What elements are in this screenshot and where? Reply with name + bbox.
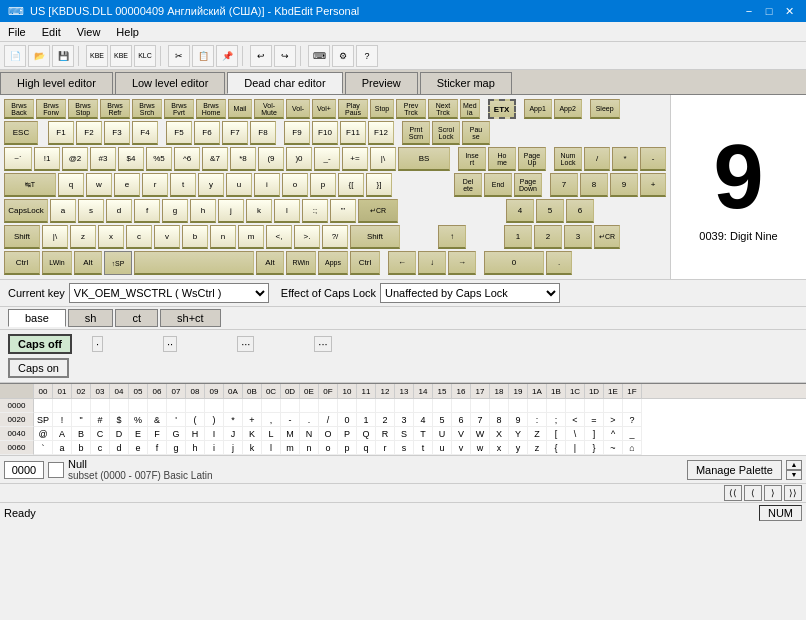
charmap-cell-5a[interactable]: Z: [528, 427, 547, 441]
key-f2[interactable]: F2: [76, 121, 102, 145]
charmap-cell-52[interactable]: R: [376, 427, 395, 441]
charmap-cell-78[interactable]: x: [490, 441, 509, 455]
charmap-cell-55[interactable]: U: [433, 427, 452, 441]
key-brws-fwd[interactable]: BrwsForw: [36, 99, 66, 119]
key-pause[interactable]: Pause: [462, 121, 490, 145]
charmap-cell-30[interactable]: 0: [338, 413, 357, 427]
charmap-cell-44[interactable]: D: [110, 427, 129, 441]
key-scrlk[interactable]: ScrolLock: [432, 121, 460, 145]
key-brws-fvrt[interactable]: BrwsFvrt: [164, 99, 194, 119]
key-y[interactable]: y: [198, 173, 224, 197]
key-f10[interactable]: F10: [312, 121, 338, 145]
key-g[interactable]: g: [162, 199, 188, 223]
key-num4[interactable]: 4: [506, 199, 534, 223]
charmap-cell-7c[interactable]: |: [566, 441, 585, 455]
key-z[interactable]: z: [70, 225, 96, 249]
charmap-cell[interactable]: [376, 399, 395, 413]
charmap-cell-5e[interactable]: ^: [604, 427, 623, 441]
state-tab-base[interactable]: base: [8, 309, 66, 327]
charmap-cell[interactable]: [547, 399, 566, 413]
key-num-enter[interactable]: ↵CR: [594, 225, 620, 249]
key-f8[interactable]: F8: [250, 121, 276, 145]
key-rshift[interactable]: Shift: [350, 225, 400, 249]
tb-open[interactable]: 📂: [28, 45, 50, 67]
maximize-button[interactable]: □: [760, 2, 778, 20]
charmap-cell[interactable]: [167, 399, 186, 413]
key-mail[interactable]: Mail: [228, 99, 252, 119]
charmap-cell-5f[interactable]: _: [623, 427, 642, 441]
key-brws-refr[interactable]: BrwsRefr: [100, 99, 130, 119]
tb-kbe1[interactable]: KBE: [86, 45, 108, 67]
charmap-cell-65[interactable]: e: [129, 441, 148, 455]
charmap-cell[interactable]: [471, 399, 490, 413]
tb-save[interactable]: 💾: [52, 45, 74, 67]
key-f4[interactable]: F4: [132, 121, 158, 145]
charmap-cell-7d[interactable]: }: [585, 441, 604, 455]
charmap-cell[interactable]: [243, 399, 262, 413]
charmap-cell-67[interactable]: g: [167, 441, 186, 455]
key-f[interactable]: f: [134, 199, 160, 223]
charmap-cell[interactable]: [34, 399, 53, 413]
charmap-cell-59[interactable]: Y: [509, 427, 528, 441]
key-0[interactable]: )0: [286, 147, 312, 171]
key-backslash2[interactable]: |\: [42, 225, 68, 249]
manage-palette-button[interactable]: Manage Palette: [687, 460, 782, 480]
key-1[interactable]: !1: [34, 147, 60, 171]
charmap-cell-76[interactable]: v: [452, 441, 471, 455]
charmap-cell[interactable]: [414, 399, 433, 413]
tb-undo[interactable]: ↩: [250, 45, 272, 67]
key-sp-indicator[interactable]: ↑SP: [104, 251, 132, 275]
key-lalt[interactable]: Alt: [74, 251, 102, 275]
key-home[interactable]: Home: [488, 147, 516, 171]
charmap-cell[interactable]: [129, 399, 148, 413]
charmap-cell-75[interactable]: u: [433, 441, 452, 455]
charmap-cell-70[interactable]: p: [338, 441, 357, 455]
effect-select[interactable]: Unaffected by Caps Lock: [380, 283, 560, 303]
key-h[interactable]: h: [190, 199, 216, 223]
key-enter[interactable]: ↵CR: [358, 199, 398, 223]
nav-first[interactable]: ⟨⟨: [724, 485, 742, 501]
charmap-cell-35[interactable]: 5: [433, 413, 452, 427]
charmap-cell[interactable]: [490, 399, 509, 413]
charmap-cell-4e[interactable]: N: [300, 427, 319, 441]
key-d[interactable]: d: [106, 199, 132, 223]
charmap-cell-2b[interactable]: +: [243, 413, 262, 427]
tb-new[interactable]: 📄: [4, 45, 26, 67]
charmap-cell-32[interactable]: 2: [376, 413, 395, 427]
tb-paste[interactable]: 📌: [216, 45, 238, 67]
key-c[interactable]: c: [126, 225, 152, 249]
key-f9[interactable]: F9: [284, 121, 310, 145]
key-8[interactable]: *8: [230, 147, 256, 171]
key-prtscr[interactable]: PrntScrn: [402, 121, 430, 145]
charmap-cell-34[interactable]: 4: [414, 413, 433, 427]
charmap-cell-48[interactable]: H: [186, 427, 205, 441]
state-tab-sh[interactable]: sh: [68, 309, 114, 327]
charmap-cell-4b[interactable]: K: [243, 427, 262, 441]
charmap-cell-56[interactable]: V: [452, 427, 471, 441]
key-3[interactable]: #3: [90, 147, 116, 171]
key-period[interactable]: >.: [294, 225, 320, 249]
key-delete[interactable]: Delete: [454, 173, 482, 197]
charmap-cell-53[interactable]: S: [395, 427, 414, 441]
key-brws-home[interactable]: BrwsHome: [196, 99, 226, 119]
key-vol-down[interactable]: Vol-: [286, 99, 310, 119]
charmap-cell[interactable]: [585, 399, 604, 413]
charmap-cell-33[interactable]: 3: [395, 413, 414, 427]
tb-settings[interactable]: ⚙: [332, 45, 354, 67]
charmap-cell-5b[interactable]: [: [547, 427, 566, 441]
key-quote[interactable]: "': [330, 199, 356, 223]
key-brws-stop[interactable]: BrwsStop: [68, 99, 98, 119]
key-lbracket[interactable]: {[: [338, 173, 364, 197]
charmap-cell-49[interactable]: I: [205, 427, 224, 441]
charmap-cell[interactable]: [224, 399, 243, 413]
charmap-cell-29[interactable]: ): [205, 413, 224, 427]
charmap-cell-54[interactable]: T: [414, 427, 433, 441]
key-equal[interactable]: +=: [342, 147, 368, 171]
charmap-cell-62[interactable]: b: [72, 441, 91, 455]
key-app1[interactable]: App1: [524, 99, 552, 119]
charmap-cell-27[interactable]: ': [167, 413, 186, 427]
key-num8[interactable]: 8: [580, 173, 608, 197]
key-m[interactable]: m: [238, 225, 264, 249]
key-v[interactable]: v: [154, 225, 180, 249]
menu-help[interactable]: Help: [108, 24, 147, 40]
